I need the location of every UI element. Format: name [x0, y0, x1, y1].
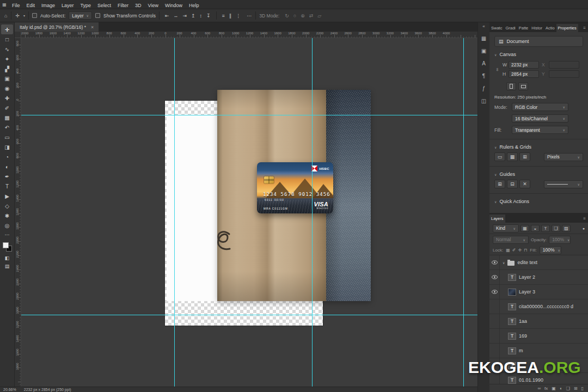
new-group-icon[interactable]: ❑: [566, 386, 570, 391]
type-tool[interactable]: T: [1, 181, 13, 191]
clear-guides-icon[interactable]: ✕: [519, 180, 530, 188]
align-bottom-icon[interactable]: ↧: [206, 13, 211, 19]
menu-view[interactable]: View: [145, 3, 162, 8]
guide-vertical[interactable]: [174, 38, 175, 387]
layer-row[interactable]: T: [489, 358, 588, 373]
document-chip[interactable]: ▤ Document: [494, 36, 583, 47]
lock-position-icon[interactable]: ✛: [518, 248, 522, 253]
menu-type[interactable]: Type: [77, 3, 95, 8]
guide-horizontal[interactable]: [21, 115, 477, 115]
new-layer-icon[interactable]: ⊞: [574, 386, 578, 391]
screen-mode-button[interactable]: ▤: [1, 262, 13, 270]
auto-select-checkbox[interactable]: [32, 13, 37, 18]
distribute-spacing-icon[interactable]: ⋮: [235, 13, 241, 19]
panel-menu-icon[interactable]: ≡: [581, 215, 588, 223]
marquee-tool[interactable]: □: [1, 34, 13, 44]
snap-toggle-icon[interactable]: ⊞: [519, 152, 530, 161]
chevron-down-icon[interactable]: ▾: [23, 14, 25, 17]
layer-row[interactable]: Tcita000000...cccccccc0 d: [489, 299, 588, 314]
menu-edit[interactable]: Edit: [23, 3, 39, 8]
visibility-toggle[interactable]: [489, 299, 500, 314]
layer-filter-kind-select[interactable]: Kind ∨: [493, 224, 519, 232]
guide-layout-icon[interactable]: ⊟: [507, 180, 518, 188]
home-icon[interactable]: ⌂: [4, 13, 8, 19]
guide-vertical[interactable]: [463, 38, 464, 387]
lasso-tool[interactable]: ∿: [1, 44, 13, 54]
filter-group-layers-icon[interactable]: ❑: [552, 225, 560, 232]
bit-depth-select[interactable]: 16 Bits/Channel ∨: [512, 114, 568, 122]
expand-panels-icon[interactable]: «: [482, 24, 485, 29]
guides-section-header[interactable]: ∨ Guides: [494, 171, 583, 177]
guide-vertical[interactable]: [312, 38, 313, 387]
layer-row[interactable]: T169: [489, 329, 588, 344]
auto-select-target-select[interactable]: Layer ∨: [69, 11, 92, 20]
visibility-toggle[interactable]: [489, 344, 500, 358]
menu-file[interactable]: File: [9, 3, 23, 8]
visibility-toggle[interactable]: [489, 270, 500, 284]
rulers-grids-section-header[interactable]: ∨ Rulers & Grids: [494, 144, 583, 150]
guide-horizontal[interactable]: [21, 315, 477, 315]
paragraph-panel-icon[interactable]: ¶: [482, 73, 485, 79]
width-field[interactable]: 2232 px: [509, 61, 539, 69]
layer-row[interactable]: Tm: [489, 344, 588, 358]
canvas-section-header[interactable]: ∨ Canvas: [494, 52, 583, 57]
layer-row[interactable]: Layer 3: [489, 285, 588, 299]
panel-tab-patte[interactable]: Patte: [517, 24, 530, 32]
quick-actions-section-header[interactable]: ∨ Quick Actions: [494, 199, 583, 204]
3d-slide-icon[interactable]: ⇄: [309, 13, 314, 19]
panel-tab-histor[interactable]: Histor: [530, 24, 544, 32]
quick-mask-button[interactable]: ◧: [1, 254, 13, 262]
frame-tool[interactable]: ▣: [1, 74, 13, 83]
foreground-color-swatch[interactable]: [3, 242, 9, 248]
landscape-orientation-button[interactable]: [518, 82, 528, 90]
layer-row[interactable]: T1aa: [489, 314, 588, 329]
align-top-icon[interactable]: ↥: [191, 13, 196, 19]
grid-toggle-icon[interactable]: ▦: [507, 152, 518, 161]
healing-brush-tool[interactable]: ✚: [1, 93, 13, 103]
filter-smart-objects-icon[interactable]: ▨: [562, 225, 571, 232]
move-tool-preset-icon[interactable]: ✛: [15, 13, 20, 19]
zoom-tool[interactable]: ◎: [1, 220, 13, 230]
canvas-fill-select[interactable]: Transparent ∨: [512, 126, 568, 134]
panel-tab-actio[interactable]: Actio: [544, 24, 556, 32]
horizontal-ruler[interactable]: 2000180016001400120010008006004002000200…: [21, 32, 477, 38]
quick-selection-tool[interactable]: ✦: [1, 54, 13, 64]
lock-pixels-icon[interactable]: ✐: [512, 248, 516, 253]
ruler-units-select[interactable]: Pixels ∨: [544, 153, 583, 161]
delete-layer-icon[interactable]: ▯: [581, 386, 584, 391]
canvas-viewport[interactable]: HSBC 1234 5678 9012 3456 6011 00/00 MRA …: [21, 38, 477, 387]
brush-tool[interactable]: ✐: [1, 103, 13, 113]
align-left-icon[interactable]: ⇤: [164, 13, 170, 19]
filter-type-layers-icon[interactable]: T: [541, 225, 550, 232]
filter-toggle-icon[interactable]: ●: [583, 226, 585, 230]
fill-select[interactable]: 100% ∨: [540, 246, 561, 254]
glyphs-panel-icon[interactable]: ƒ: [482, 85, 486, 91]
more-options-icon[interactable]: ⋯: [246, 13, 252, 19]
hand-tool[interactable]: ✱: [1, 211, 13, 220]
align-middle-icon[interactable]: ↕: [199, 13, 203, 19]
new-guide-icon[interactable]: ⊞: [494, 180, 505, 188]
lock-transparency-icon[interactable]: ▦: [506, 248, 510, 253]
eyedropper-tool[interactable]: ◉: [1, 83, 13, 93]
visibility-toggle[interactable]: [489, 255, 500, 270]
menu-image[interactable]: Image: [38, 3, 58, 8]
3d-pan-icon[interactable]: ⊕: [300, 13, 305, 19]
clone-source-panel-icon[interactable]: ▣: [481, 48, 486, 54]
height-field[interactable]: 2854 px: [509, 70, 539, 78]
layer-effects-icon[interactable]: fx: [544, 386, 548, 391]
3d-rotate-icon[interactable]: ↻: [284, 13, 290, 19]
menu-help[interactable]: Help: [186, 3, 203, 8]
3d-scale-icon[interactable]: ▱: [317, 13, 322, 19]
close-icon[interactable]: ×: [91, 24, 94, 30]
crop-tool[interactable]: ▞: [1, 64, 13, 74]
visibility-toggle[interactable]: [489, 358, 500, 372]
layer-row[interactable]: TLayer 2: [489, 270, 588, 285]
panel-tab-gradi[interactable]: Gradi: [504, 24, 517, 32]
panel-tab-swatc[interactable]: Swatc: [489, 24, 504, 32]
chevron-down-icon[interactable]: ∨: [503, 261, 505, 265]
layer-row[interactable]: T01.01.1990: [489, 373, 588, 384]
dodge-tool[interactable]: ◐: [1, 162, 13, 171]
filter-pixel-layers-icon[interactable]: ▦: [520, 225, 529, 232]
menu-window[interactable]: Window: [162, 3, 186, 8]
distribute-horizontal-icon[interactable]: ∥: [229, 13, 232, 19]
